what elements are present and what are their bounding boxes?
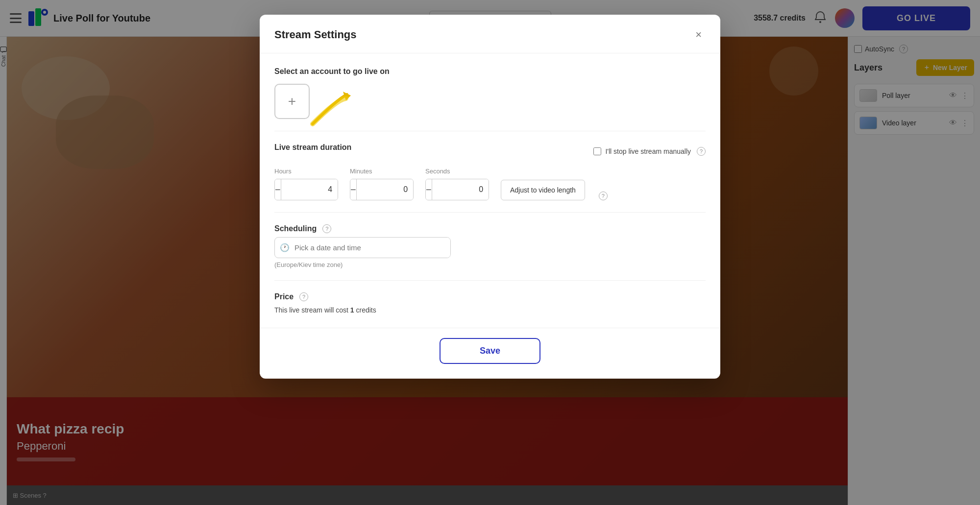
modal-body: Select an account to go live on + <box>260 53 720 328</box>
price-credits-number: 1 <box>350 306 354 314</box>
adjust-help-icon[interactable]: ? <box>599 192 608 200</box>
datetime-input[interactable] <box>294 238 450 258</box>
price-title: Price <box>274 292 294 301</box>
seconds-stepper: − + <box>425 179 489 200</box>
price-header: Price ? <box>274 292 706 301</box>
price-description: This live stream will cost 1 credits <box>274 306 706 314</box>
price-help-icon[interactable]: ? <box>299 292 308 301</box>
select-account-section: Select an account to go live on + <box>274 67 706 119</box>
timezone-hint: (Europe/Kiev time zone) <box>274 261 706 268</box>
modal-title: Stream Settings <box>274 28 357 41</box>
duration-header: Live stream duration I'll stop live stre… <box>274 143 706 160</box>
divider-2 <box>274 212 706 213</box>
manual-stop-row: I'll stop live stream manually ? <box>593 147 706 156</box>
seconds-field: Seconds − + <box>425 168 489 200</box>
hours-label: Hours <box>274 168 338 175</box>
account-add-area: + <box>274 84 310 119</box>
modal-footer: Save <box>260 328 720 379</box>
duration-controls: Hours − + Minutes − + <box>274 168 706 200</box>
modal-backdrop: Stream Settings × Select an account to g… <box>0 0 980 505</box>
datetime-input-wrap: 🕐 <box>274 237 451 258</box>
select-account-title: Select an account to go live on <box>274 67 706 76</box>
adjust-to-video-length-button[interactable]: Adjust to video length <box>501 180 585 200</box>
arrow-annotation <box>308 90 357 129</box>
add-account-button[interactable]: + <box>274 84 310 119</box>
hours-stepper: − + <box>274 179 338 200</box>
scheduling-header: Scheduling ? <box>274 224 706 233</box>
manual-stop-label: I'll stop live stream manually <box>605 147 691 155</box>
seconds-label: Seconds <box>425 168 489 175</box>
manual-stop-help-icon[interactable]: ? <box>697 147 706 156</box>
minutes-stepper: − + <box>350 179 414 200</box>
price-section: Price ? This live stream will cost 1 cre… <box>274 292 706 314</box>
minutes-value[interactable] <box>356 179 414 200</box>
scheduling-help-icon[interactable]: ? <box>322 224 331 233</box>
duration-title: Live stream duration <box>274 143 351 152</box>
manual-stop-checkbox[interactable] <box>593 147 601 155</box>
scheduling-section: Scheduling ? 🕐 (Europe/Kiev time zone) <box>274 224 706 268</box>
add-account-plus-icon: + <box>288 94 296 109</box>
seconds-value[interactable] <box>432 179 489 200</box>
minutes-field: Minutes − + <box>350 168 414 200</box>
modal-header: Stream Settings × <box>260 15 720 53</box>
minutes-decrease-btn[interactable]: − <box>350 179 356 200</box>
modal-close-button[interactable]: × <box>691 26 706 43</box>
clock-icon: 🕐 <box>275 243 294 252</box>
scheduling-title: Scheduling <box>274 224 317 233</box>
hours-value[interactable] <box>281 179 338 200</box>
minutes-label: Minutes <box>350 168 414 175</box>
divider-3 <box>274 280 706 281</box>
hours-decrease-btn[interactable]: − <box>275 179 281 200</box>
hours-field: Hours − + <box>274 168 338 200</box>
stream-settings-modal: Stream Settings × Select an account to g… <box>260 15 720 379</box>
divider-1 <box>274 131 706 131</box>
seconds-decrease-btn[interactable]: − <box>426 179 432 200</box>
duration-section: Live stream duration I'll stop live stre… <box>274 143 706 200</box>
save-button[interactable]: Save <box>440 338 540 364</box>
